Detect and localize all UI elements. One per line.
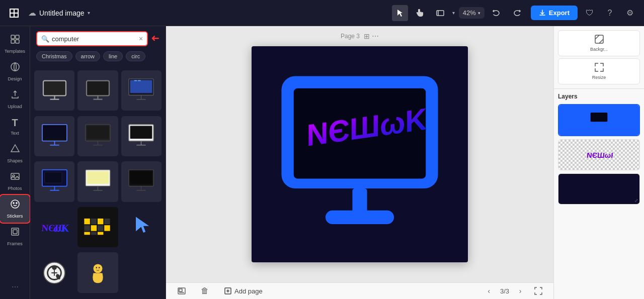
shield-icon[interactable]: 🛡 — [582, 5, 598, 21]
result-item-12[interactable] — [121, 207, 162, 247]
tag-arrow[interactable]: arrow — [75, 51, 101, 61]
settings-icon[interactable]: ⚙ — [622, 5, 638, 21]
svg-point-75 — [99, 267, 100, 268]
stickers-label: Stickers — [7, 214, 23, 219]
add-page-label: Add page — [234, 287, 263, 295]
sidebar-item-text[interactable]: T Text — [0, 113, 30, 140]
sidebar-item-templates[interactable]: Templates — [0, 30, 30, 58]
result-item-6[interactable] — [121, 116, 162, 156]
svg-rect-4 — [11, 35, 15, 39]
design-label: Design — [8, 76, 22, 81]
result-item-3[interactable] — [121, 70, 162, 111]
resize-icon — [595, 63, 604, 74]
upload-icon — [10, 89, 20, 102]
result-item-8[interactable] — [77, 161, 118, 202]
svg-text:NЄШωK: NЄШωK — [587, 151, 613, 159]
sidebar-item-upload[interactable]: Upload — [0, 85, 30, 113]
sidebar-item-design[interactable]: Design — [0, 58, 30, 85]
svg-text:ωK: ωK — [53, 222, 69, 234]
result-item-13[interactable] — [34, 252, 74, 292]
background-icon — [595, 35, 604, 46]
layer-item-2[interactable]: NЄШωK — [558, 139, 640, 170]
result-item-10[interactable]: NЄШ ωK — [34, 207, 74, 247]
help-icon[interactable]: ? — [602, 5, 618, 21]
zoom-control[interactable]: 42% ▾ — [459, 7, 485, 19]
svg-rect-7 — [16, 40, 19, 43]
layer-thumbnail-3: ⤢ — [558, 174, 639, 204]
resize-label: Resize — [592, 75, 606, 80]
sidebar-more-button[interactable]: ⋯ — [7, 279, 23, 295]
layer-thumbnail-1 — [559, 105, 639, 135]
svg-rect-6 — [11, 40, 15, 43]
main-layout: Templates Design Upload T Text — [0, 26, 644, 299]
bottom-right: ‹ 3/3 › — [482, 284, 545, 298]
export-button[interactable]: Export — [531, 6, 578, 20]
frames-icon — [10, 227, 20, 239]
shapes-icon — [10, 144, 20, 156]
hand-tool-button[interactable] — [412, 5, 428, 21]
result-item-14[interactable] — [77, 252, 118, 292]
layer-thumbnail-2: NЄШωK — [558, 140, 639, 170]
layer-item-3[interactable]: ⤢ — [558, 173, 640, 205]
title-area: ☁ Untitled image ▾ — [28, 8, 386, 18]
frames-label: Frames — [7, 241, 23, 246]
canvas-tool-chevron[interactable]: ▾ — [452, 10, 455, 16]
photos-icon — [10, 171, 20, 184]
page-thumbnail-button[interactable]: ⊞ — [364, 32, 370, 40]
page-more-button[interactable]: ⋯ — [372, 32, 379, 40]
svg-rect-56 — [91, 219, 97, 224]
fullscreen-button[interactable] — [531, 284, 545, 298]
prev-page-button[interactable]: ‹ — [482, 284, 496, 298]
sidebar-item-photos[interactable]: Photos — [0, 167, 30, 195]
result-item-9[interactable] — [121, 161, 162, 202]
result-item-2[interactable] — [77, 70, 118, 111]
add-page-button[interactable]: Add page — [220, 285, 267, 297]
svg-rect-63 — [85, 232, 90, 235]
svg-rect-20 — [87, 80, 109, 95]
layer-item-1[interactable] — [558, 104, 640, 136]
next-page-button[interactable]: › — [513, 284, 527, 298]
background-tool-button[interactable]: Backgr... — [558, 30, 640, 56]
svg-rect-25 — [134, 80, 137, 81]
canvas-page[interactable]: NЄШωK — [252, 46, 468, 262]
tag-line[interactable]: line — [103, 51, 123, 61]
tag-christmas[interactable]: Christmas — [36, 51, 72, 61]
topbar-right: Export 🛡 ? ⚙ — [531, 5, 638, 21]
title-chevron-icon[interactable]: ▾ — [88, 10, 90, 16]
sidebar-item-stickers[interactable]: Stickers — [0, 195, 30, 223]
zoom-value: 42% — [463, 9, 476, 17]
sidebar-item-shapes[interactable]: Shapes — [0, 140, 30, 167]
resize-tool-button[interactable]: Resize — [558, 58, 640, 84]
cloud-icon: ☁ — [28, 8, 36, 18]
select-tool-button[interactable] — [392, 5, 408, 21]
page-settings-button[interactable] — [174, 283, 189, 298]
redo-button[interactable] — [509, 5, 525, 21]
upload-label: Upload — [8, 104, 22, 109]
svg-rect-55 — [85, 219, 90, 224]
search-input[interactable] — [52, 35, 136, 43]
result-item-5[interactable] — [77, 116, 118, 156]
search-clear-button[interactable]: × — [139, 35, 143, 43]
result-item-1[interactable] — [34, 70, 74, 111]
svg-rect-65 — [98, 232, 103, 235]
result-item-4[interactable] — [34, 116, 74, 156]
layers-section: Layers NЄШωK — [554, 89, 644, 299]
sidebar-item-frames[interactable]: Frames — [0, 223, 30, 250]
result-item-11[interactable] — [77, 207, 118, 247]
design-icon — [10, 62, 20, 74]
svg-rect-2 — [437, 11, 444, 16]
svg-rect-15 — [12, 228, 19, 235]
svg-rect-91 — [591, 113, 608, 122]
svg-rect-93 — [595, 128, 603, 129]
canvas-tool-button[interactable] — [432, 5, 448, 21]
delete-button[interactable]: 🗑 — [197, 283, 212, 298]
undo-button[interactable] — [489, 5, 505, 21]
templates-label: Templates — [5, 49, 25, 54]
canvas-scroll: NЄШωK — [166, 26, 553, 282]
document-title[interactable]: Untitled image — [39, 9, 85, 17]
app-logo[interactable] — [6, 5, 22, 21]
svg-point-12 — [11, 200, 19, 208]
result-item-7[interactable] — [34, 161, 74, 202]
tag-circ[interactable]: circ — [126, 51, 145, 61]
text-label: Text — [11, 131, 19, 136]
